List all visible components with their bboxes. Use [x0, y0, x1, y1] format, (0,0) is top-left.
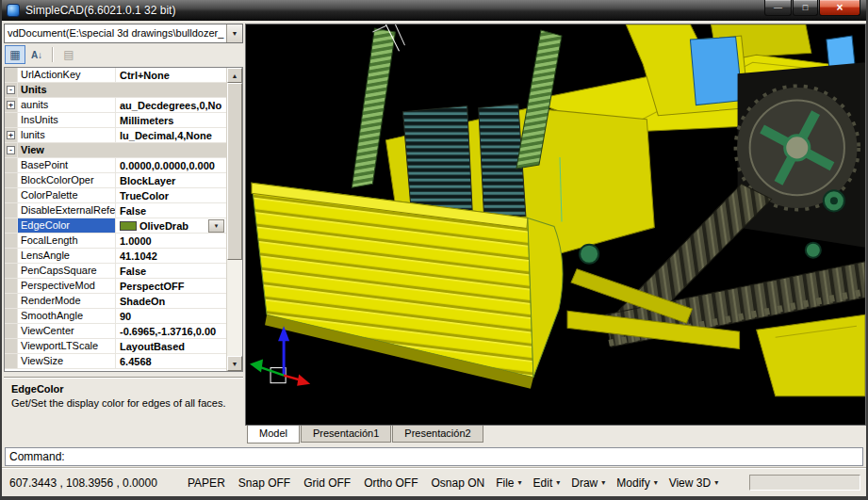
property-value[interactable]: TrueColor: [116, 188, 226, 202]
row-margin: [5, 339, 18, 353]
category-name: Units: [18, 83, 226, 97]
property-row[interactable]: BasePoint 0.0000,0.0000,0.000: [5, 158, 226, 173]
collapse-icon[interactable]: -: [7, 86, 15, 94]
grid-toggle[interactable]: Grid OFF: [303, 476, 351, 490]
document-combobox[interactable]: vdDocument(E:\special 3d drawings\bulldo…: [4, 24, 243, 43]
property-row[interactable]: ColorPalette TrueColor: [5, 188, 226, 203]
menu-file[interactable]: File ▾: [496, 476, 521, 490]
chevron-down-icon: ▾: [654, 478, 658, 487]
scroll-down-icon[interactable]: ▼: [227, 356, 242, 371]
property-value[interactable]: False: [116, 203, 226, 218]
expand-icon[interactable]: +: [7, 131, 15, 139]
property-row[interactable]: PenCapsSquare False: [5, 264, 226, 279]
row-margin: -: [5, 83, 18, 97]
edgecolor-dropdown-button[interactable]: ▼: [208, 219, 224, 233]
ortho-toggle[interactable]: Ortho OFF: [364, 476, 418, 490]
collapse-icon[interactable]: -: [7, 146, 15, 154]
property-value[interactable]: au_Decdegrees,0,No: [116, 98, 226, 112]
grid-scrollbar[interactable]: ▲ ▼: [226, 68, 242, 371]
property-value[interactable]: Ctrl+None: [116, 68, 226, 82]
chevron-down-icon[interactable]: ▼: [226, 24, 242, 42]
property-row[interactable]: + lunits lu_Decimal,4,None: [5, 128, 226, 143]
property-value[interactable]: ShadeOn: [116, 294, 226, 308]
menu-modify-label: Modify: [616, 476, 649, 490]
row-margin: [5, 309, 18, 323]
osnap-toggle[interactable]: Osnap ON: [432, 476, 485, 490]
window-controls: — □ ×: [764, 0, 860, 16]
property-row[interactable]: InsUnits Millimeters: [5, 113, 226, 128]
property-row[interactable]: SmoothAngle 90: [5, 309, 226, 324]
categorized-view-button[interactable]: ▦: [5, 45, 25, 64]
bulldozer-render: [246, 24, 865, 425]
property-description: EdgeColor Get/Set the display color for …: [4, 377, 243, 444]
category-name: View: [18, 143, 226, 157]
status-bar: 607.3443 , 108.3956 , 0.0000 PAPER Snap …: [2, 468, 866, 496]
property-row[interactable]: UrlActionKey Ctrl+None: [5, 68, 226, 83]
expand-icon[interactable]: +: [7, 101, 15, 109]
scrollbar-thumb[interactable]: [227, 83, 242, 260]
property-name: InsUnits: [18, 113, 116, 127]
property-value[interactable]: 90: [116, 309, 226, 323]
property-row[interactable]: ViewSize 6.4568: [5, 354, 226, 369]
property-row[interactable]: FocalLength 1.0000: [5, 234, 226, 249]
tab-model[interactable]: Model: [247, 426, 300, 444]
property-value[interactable]: lu_Decimal,4,None: [116, 128, 226, 142]
property-grid: UrlActionKey Ctrl+None - Units + aunit: [4, 67, 243, 372]
property-row[interactable]: DisableExternalRefe False: [5, 203, 226, 218]
tab-presentacion2[interactable]: Presentación2: [392, 426, 483, 443]
property-row[interactable]: LensAngle 41.1042: [5, 249, 226, 264]
main-area: vdDocument(E:\special 3d drawings\bulldo…: [2, 21, 866, 444]
model-viewport[interactable]: [245, 24, 866, 426]
menu-edit[interactable]: Edit ▾: [533, 476, 561, 490]
scroll-up-icon[interactable]: ▲: [227, 68, 242, 83]
command-input[interactable]: Command:: [5, 447, 863, 466]
property-row[interactable]: BlockColorOper BlockLayer: [5, 173, 226, 188]
menu-draw[interactable]: Draw ▾: [571, 476, 605, 490]
property-row-edgecolor-selected[interactable]: EdgeColor OliveDrab ▼: [5, 218, 226, 234]
close-button[interactable]: ×: [819, 0, 860, 16]
property-row[interactable]: ViewCenter -0.6965,-1.3716,0.00: [5, 324, 226, 339]
property-value[interactable]: OliveDrab ▼: [116, 218, 226, 233]
property-value[interactable]: 41.1042: [116, 249, 226, 263]
property-value[interactable]: PerspectOFF: [116, 279, 226, 293]
snap-toggle[interactable]: Snap OFF: [238, 476, 290, 490]
row-margin: [5, 218, 18, 233]
property-row[interactable]: PerspectiveMod PerspectOFF: [5, 279, 226, 294]
row-margin: [5, 354, 18, 368]
row-margin: [5, 158, 18, 172]
alphabetical-sort-button[interactable]: A↓: [26, 45, 47, 64]
property-value[interactable]: LayoutBased: [116, 339, 226, 353]
edgecolor-value-text: OliveDrab: [139, 220, 188, 232]
status-progress-area: [749, 475, 860, 491]
property-row[interactable]: + aunits au_Decdegrees,0,No: [5, 98, 226, 113]
property-row[interactable]: RenderMode ShadeOn: [5, 294, 226, 309]
minimize-button[interactable]: —: [764, 0, 792, 16]
maximize-button[interactable]: □: [793, 0, 818, 16]
property-name: BasePoint: [18, 158, 116, 172]
property-name: LensAngle: [18, 249, 116, 263]
menu-view3d[interactable]: View 3D ▾: [669, 476, 718, 490]
row-margin: [5, 324, 18, 338]
property-value[interactable]: -0.6965,-1.3716,0.00: [116, 324, 226, 338]
color-swatch: [120, 221, 137, 231]
tab-presentacion1[interactable]: Presentación1: [301, 426, 391, 443]
row-margin: [5, 264, 18, 278]
property-name: lunits: [18, 128, 116, 142]
category-row-view[interactable]: - View: [5, 143, 226, 158]
property-value[interactable]: Millimeters: [116, 113, 226, 127]
row-margin: [5, 249, 18, 263]
paper-toggle[interactable]: PAPER: [188, 476, 225, 490]
property-value[interactable]: 0.0000,0.0000,0.000: [116, 158, 226, 172]
property-pages-button[interactable]: ▤: [58, 45, 79, 64]
menu-modify[interactable]: Modify ▾: [616, 476, 657, 490]
property-row[interactable]: ViewportLTScale LayoutBased: [5, 339, 226, 354]
menu-file-label: File: [496, 476, 514, 490]
property-value[interactable]: 1.0000: [116, 234, 226, 248]
property-value[interactable]: False: [116, 264, 226, 278]
property-rows: UrlActionKey Ctrl+None - Units + aunit: [5, 68, 226, 369]
row-margin: [5, 68, 18, 82]
property-value[interactable]: BlockLayer: [116, 173, 226, 187]
category-row-units[interactable]: - Units: [5, 83, 226, 98]
property-value[interactable]: 6.4568: [116, 354, 226, 368]
properties-panel: vdDocument(E:\special 3d drawings\bulldo…: [2, 21, 245, 444]
